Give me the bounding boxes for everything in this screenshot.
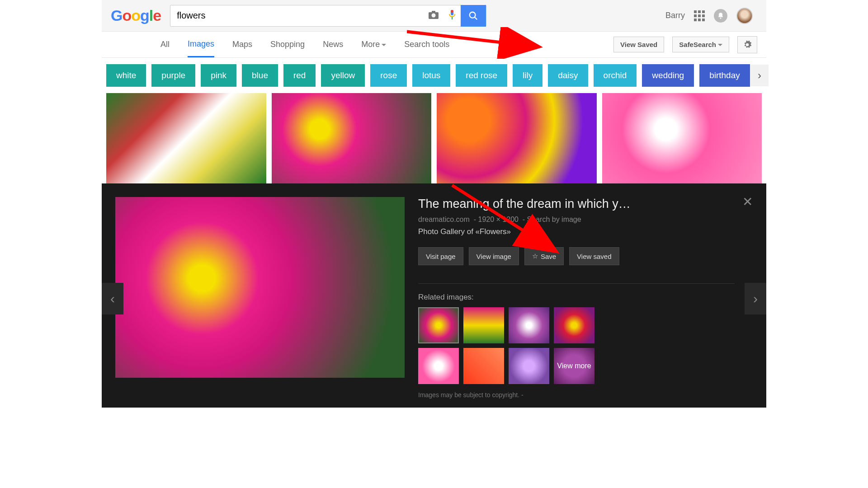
related-thumb[interactable]	[509, 307, 549, 343]
next-image-button[interactable]: ›	[745, 283, 766, 314]
close-icon[interactable]: ✕	[742, 194, 753, 209]
prev-image-button[interactable]: ‹	[102, 283, 123, 314]
settings-button[interactable]	[737, 36, 757, 53]
detail-subtitle: Photo Gallery of «Flowers»	[418, 227, 735, 236]
search-button[interactable]	[461, 5, 486, 27]
filter-chips: whitepurplepinkblueredyellowroselotusred…	[102, 58, 766, 93]
view-saved-button[interactable]: View Saved	[613, 37, 664, 52]
tab-news[interactable]: News	[323, 33, 343, 56]
related-thumb[interactable]	[418, 348, 459, 384]
filter-chip-wedding[interactable]: wedding	[642, 64, 694, 87]
filter-chip-blue[interactable]: blue	[242, 64, 278, 87]
detail-info: The meaning of the dream in which y… dre…	[418, 197, 762, 399]
nav-tabs: All Images Maps Shopping News More Searc…	[102, 32, 766, 58]
svg-rect-1	[432, 11, 435, 13]
results-row	[102, 93, 766, 183]
related-thumb[interactable]	[463, 307, 504, 343]
tab-all[interactable]: All	[160, 33, 170, 56]
filter-chip-birthday[interactable]: birthday	[699, 64, 750, 87]
google-logo[interactable]: Google	[111, 7, 161, 24]
watermark: TRENDBLOG.NET	[617, 459, 746, 475]
related-thumb[interactable]	[463, 348, 504, 384]
tab-images[interactable]: Images	[188, 32, 214, 57]
search-input[interactable]	[177, 10, 424, 21]
filter-chip-daisy[interactable]: daisy	[548, 64, 588, 87]
view-saved-detail-button[interactable]: View saved	[569, 247, 619, 265]
header-right: Barry	[665, 8, 762, 24]
header: Google Barry	[102, 0, 766, 32]
related-thumb[interactable]	[418, 307, 459, 343]
result-thumb-selected[interactable]	[272, 93, 432, 183]
image-detail-panel: ✕ ‹ › The meaning of the dream in which …	[102, 183, 766, 408]
visit-page-button[interactable]: Visit page	[418, 247, 463, 265]
result-thumb[interactable]	[106, 93, 266, 183]
microphone-icon[interactable]	[448, 9, 456, 22]
view-image-button[interactable]: View image	[469, 247, 519, 265]
filter-chip-red[interactable]: red	[283, 64, 316, 87]
detail-meta: dreamatico.com - 1920 × 1200 - Search by…	[418, 216, 735, 224]
copyright-notice: Images may be subject to copyright. -	[418, 391, 735, 399]
filter-chip-lotus[interactable]: lotus	[412, 64, 450, 87]
related-grid: View more	[418, 307, 735, 384]
source-link[interactable]: dreamatico.com	[418, 216, 470, 223]
tab-more[interactable]: More	[361, 33, 386, 56]
tab-maps[interactable]: Maps	[232, 33, 252, 56]
filter-chip-orchid[interactable]: orchid	[594, 64, 637, 87]
svg-line-7	[475, 17, 477, 19]
related-thumb[interactable]	[509, 348, 549, 384]
related-thumb[interactable]	[554, 307, 594, 343]
view-more-related[interactable]: View more	[554, 348, 594, 384]
result-thumb[interactable]	[437, 93, 597, 183]
svg-rect-4	[451, 10, 453, 13]
svg-point-2	[432, 13, 436, 17]
related-images-label: Related images:	[418, 283, 735, 302]
safesearch-button[interactable]: SafeSearch	[672, 37, 729, 52]
filter-chip-white[interactable]: white	[106, 64, 146, 87]
detail-image[interactable]	[115, 197, 405, 378]
user-name[interactable]: Barry	[665, 11, 685, 20]
notifications-icon[interactable]	[714, 9, 727, 23]
star-icon: ☆	[532, 252, 538, 260]
search-by-image-link[interactable]: Search by image	[527, 216, 581, 223]
filter-chip-lily[interactable]: lily	[513, 64, 542, 87]
search-box	[170, 5, 486, 27]
caret-down-icon	[382, 44, 386, 48]
filter-chip-red-rose[interactable]: red rose	[456, 64, 507, 87]
chips-next-button[interactable]: ›	[750, 65, 769, 86]
filter-chip-purple[interactable]: purple	[151, 64, 195, 87]
filter-chip-pink[interactable]: pink	[201, 64, 236, 87]
filter-chip-yellow[interactable]: yellow	[321, 64, 365, 87]
avatar[interactable]	[736, 8, 753, 24]
svg-point-8	[720, 18, 722, 19]
svg-point-6	[470, 12, 476, 18]
tab-shopping[interactable]: Shopping	[270, 33, 305, 56]
gear-icon	[743, 40, 752, 49]
tab-search-tools[interactable]: Search tools	[404, 33, 449, 56]
dimensions-text: 1920 × 1200	[478, 216, 519, 223]
save-button[interactable]: ☆Save	[524, 247, 564, 265]
detail-title[interactable]: The meaning of the dream in which y…	[418, 197, 735, 211]
caret-down-icon	[718, 44, 722, 48]
result-thumb[interactable]	[602, 93, 762, 183]
apps-icon[interactable]	[694, 10, 705, 21]
filter-chip-rose[interactable]: rose	[370, 64, 407, 87]
camera-icon[interactable]	[428, 10, 439, 21]
